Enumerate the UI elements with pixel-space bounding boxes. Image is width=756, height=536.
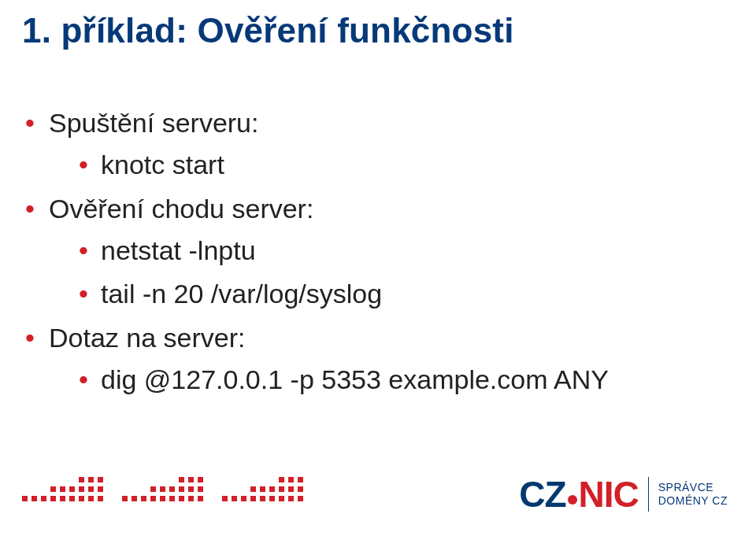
cznic-logo: CZ NIC SPRÁVCE DOMÉNY CZ	[519, 473, 728, 516]
logo-sub-line: SPRÁVCE	[658, 481, 728, 495]
logo-dot-icon	[568, 495, 577, 505]
bullet-text: tail -n 20 /var/log/syslog	[101, 279, 382, 309]
bullet-text: Ověření chodu server:	[49, 194, 313, 224]
bullet-text: Spuštění serveru:	[49, 108, 258, 138]
logo-wordmark: CZ NIC	[519, 473, 639, 516]
bullet-text: dig @127.0.0.1 -p 5353 example.com ANY	[101, 364, 609, 394]
slide-title: 1. příklad: Ověření funkčnosti	[22, 11, 514, 50]
bullet-item: tail -n 20 /var/log/syslog	[77, 273, 609, 315]
footer-dot-pattern	[22, 477, 303, 501]
bullet-item: Spuštění serveru: knotc start	[22, 102, 609, 185]
bullet-item: Dotaz na server: dig @127.0.0.1 -p 5353 …	[22, 317, 609, 400]
logo-cz-text: CZ	[519, 473, 565, 516]
bullet-item: knotc start	[77, 144, 609, 186]
bullet-item: netstat -lnptu	[77, 230, 609, 272]
bullet-text: Dotaz na server:	[49, 323, 245, 353]
logo-separator	[648, 477, 649, 512]
slide: 1. příklad: Ověření funkčnosti Spuštění …	[0, 0, 756, 536]
bullet-item: dig @127.0.0.1 -p 5353 example.com ANY	[77, 359, 609, 401]
logo-nic-text: NIC	[579, 473, 639, 516]
logo-subtitle: SPRÁVCE DOMÉNY CZ	[658, 481, 728, 508]
bullet-text: knotc start	[101, 150, 224, 179]
logo-sub-line: DOMÉNY CZ	[658, 494, 728, 508]
bullet-item: Ověření chodu server: netstat -lnptu tai…	[22, 188, 609, 314]
bullet-text: netstat -lnptu	[101, 235, 256, 265]
slide-content: Spuštění serveru: knotc start Ověření ch…	[22, 102, 609, 404]
